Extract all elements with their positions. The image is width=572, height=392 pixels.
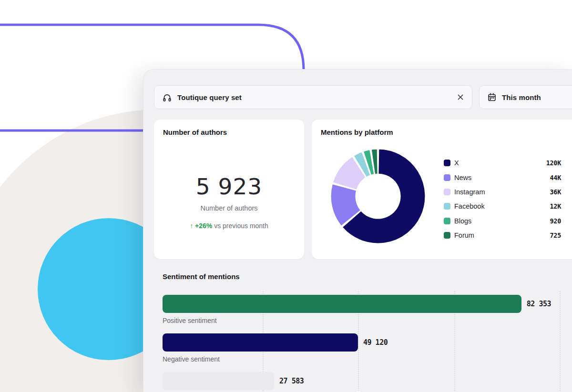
mentions-by-platform-card: Mentions by platform X 120K News 44K Ins… (312, 120, 572, 259)
bar-value: 27 583 (279, 377, 304, 385)
bar-fill (163, 295, 521, 313)
positive-sentiment-bar[interactable]: 82 353 (163, 295, 551, 313)
arrow-up-icon: ↑ (190, 222, 193, 230)
legend-color-chip (444, 189, 450, 195)
neutral-sentiment-bar[interactable]: 27 583 (163, 372, 304, 390)
legend-item-blogs[interactable]: Blogs 920 (444, 214, 561, 228)
bar-value: 49 120 (363, 338, 388, 347)
authors-count-value: 5 923 (154, 173, 304, 200)
query-set-selector[interactable]: Toutique query set (154, 85, 472, 109)
legend-color-chip (444, 218, 450, 224)
date-range-label: This month (502, 93, 541, 101)
legend-item-instagram[interactable]: Instagram 36K (444, 185, 561, 199)
authors-card-title: Number of authors (163, 128, 227, 136)
authors-card: Number of authors 5 923 Number of author… (154, 120, 304, 259)
delta-suffix: vs previous month (214, 222, 268, 230)
bar-fill (163, 333, 358, 352)
date-range-selector[interactable]: This month (479, 85, 572, 109)
dashboard-panel: Toutique query set (143, 69, 572, 392)
mentions-card-title: Mentions by platform (321, 128, 393, 136)
negative-sentiment-label: Negative sentiment (163, 355, 220, 363)
sentiment-bar-chart: 82 353 Positive sentiment 49 120 Negativ… (163, 291, 572, 392)
legend-item-forum[interactable]: Forum 725 (444, 228, 561, 242)
query-set-label: Toutique query set (177, 93, 242, 101)
positive-sentiment-label: Positive sentiment (163, 317, 217, 324)
legend-color-chip (444, 232, 450, 239)
platform-legend: X 120K News 44K Instagram 36K Facebook 1… (444, 156, 561, 242)
page-background: Toutique query set (0, 0, 572, 392)
chart-gridline (560, 291, 561, 392)
calendar-icon (487, 92, 497, 102)
legend-item-news[interactable]: News 44K (444, 170, 561, 184)
close-icon (457, 93, 464, 101)
legend-color-chip (444, 174, 450, 181)
platform-donut-chart[interactable] (330, 149, 426, 244)
sentiment-section-title: Sentiment of mentions (163, 272, 240, 281)
bar-value: 82 353 (527, 300, 551, 308)
authors-delta: ↑ +26% vs previous month (154, 222, 304, 230)
legend-item-x[interactable]: X 120K (444, 156, 561, 170)
headphones-icon (162, 92, 172, 102)
authors-count-caption: Number of authors (154, 204, 304, 212)
legend-color-chip (444, 203, 450, 210)
clear-query-button[interactable] (457, 93, 464, 101)
bar-fill (163, 372, 274, 390)
legend-color-chip (444, 160, 450, 166)
negative-sentiment-bar[interactable]: 49 120 (163, 333, 388, 352)
delta-percent: +26% (195, 222, 212, 230)
legend-item-facebook[interactable]: Facebook 12K (444, 199, 561, 213)
